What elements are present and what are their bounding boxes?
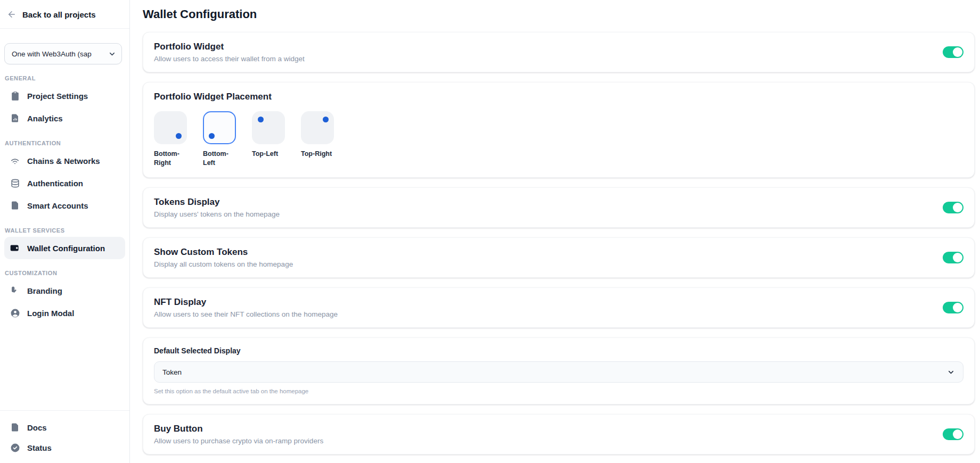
chevron-down-icon (108, 50, 116, 58)
sidebar-item-docs[interactable]: Docs (4, 417, 125, 437)
sidebar-item-chains-networks[interactable]: Chains & Networks (4, 150, 125, 172)
placement-dot-icon (323, 117, 329, 122)
sidebar-item-label: Smart Accounts (27, 201, 88, 210)
card-title: Show Custom Tokens (154, 247, 293, 258)
sidebar-item-label: Login Modal (27, 309, 74, 318)
placement-option-top-left[interactable]: Top-Left (252, 111, 287, 168)
wallet-icon (10, 243, 20, 253)
show-custom-tokens-toggle[interactable] (943, 252, 963, 263)
section-label-wallet-services: WALLET SERVICES (5, 227, 125, 234)
sidebar-item-analytics[interactable]: Analytics (4, 107, 125, 129)
sidebar-item-label: Authentication (27, 179, 83, 188)
default-display-card: Default Selected Display Token Set this … (143, 337, 975, 404)
card-title: NFT Display (154, 297, 338, 308)
placement-tile-selected[interactable] (203, 111, 236, 144)
section-label-authentication: AUTHENTICATION (5, 140, 125, 146)
placement-option-bottom-right[interactable]: Bottom-Right (154, 111, 189, 168)
document-icon (10, 200, 20, 211)
placement-tile[interactable] (154, 111, 187, 144)
placement-dot-icon (176, 133, 182, 139)
sidebar-item-label: Analytics (27, 114, 63, 123)
card-description: Allow users to see their NFT collections… (154, 310, 338, 318)
page-title: Wallet Configuration (143, 7, 975, 21)
placement-dot-icon (209, 133, 215, 139)
show-custom-tokens-card: Show Custom Tokens Display all custom to… (143, 237, 975, 278)
database-icon (10, 178, 20, 188)
section-label-general: GENERAL (5, 75, 125, 81)
card-description: Allow users to purchase crypto via on-ra… (154, 437, 323, 445)
sidebar-item-branding[interactable]: Branding (4, 279, 125, 302)
chevron-down-icon (947, 368, 955, 376)
main-content: Wallet Configuration Portfolio Widget Al… (130, 0, 980, 463)
placement-option-top-right[interactable]: Top-Right (301, 111, 336, 168)
document-icon (10, 422, 20, 433)
tokens-display-card: Tokens Display Display users' tokens on … (143, 187, 975, 228)
arrow-left-icon (7, 10, 17, 19)
sidebar-item-label: Branding (27, 286, 62, 295)
tokens-display-text: Tokens Display Display users' tokens on … (154, 197, 280, 218)
placement-label: Top-Left (252, 150, 286, 159)
placement-label: Bottom-Right (154, 150, 188, 168)
card-title: Tokens Display (154, 197, 280, 208)
placement-tile[interactable] (252, 111, 285, 144)
sidebar-item-smart-accounts[interactable]: Smart Accounts (4, 194, 125, 217)
sidebar-item-authentication[interactable]: Authentication (4, 172, 125, 194)
paintbrush-icon (10, 285, 20, 296)
back-label: Back to all projects (22, 10, 96, 19)
placement-label: Top-Right (301, 150, 335, 159)
nft-display-text: NFT Display Allow users to see their NFT… (154, 297, 338, 318)
sidebar-item-wallet-configuration[interactable]: Wallet Configuration (4, 237, 125, 259)
analytics-doc-icon (10, 113, 20, 123)
card-description: Display users' tokens on the homepage (154, 210, 280, 218)
sidebar-item-project-settings[interactable]: Project Settings (4, 85, 125, 107)
card-title: Portfolio Widget (154, 42, 305, 52)
project-selector-dropdown[interactable]: One with Web3Auth (sap (4, 43, 122, 64)
section-label-customization: CUSTOMIZATION (5, 270, 125, 276)
card-description: Allow users to access their wallet from … (154, 55, 305, 63)
placement-tile[interactable] (301, 111, 334, 144)
default-display-select[interactable]: Token (154, 361, 963, 383)
show-custom-tokens-text: Show Custom Tokens Display all custom to… (154, 247, 293, 268)
buy-button-card: Buy Button Allow users to purchase crypt… (143, 414, 975, 454)
placement-option-bottom-left[interactable]: Bottom-Left (203, 111, 238, 168)
portfolio-widget-text: Portfolio Widget Allow users to access t… (154, 42, 305, 63)
user-circle-icon (10, 308, 20, 318)
sidebar-item-login-modal[interactable]: Login Modal (4, 302, 125, 324)
portfolio-widget-card: Portfolio Widget Allow users to access t… (143, 32, 975, 72)
back-to-projects-link[interactable]: Back to all projects (0, 0, 129, 29)
placement-label: Bottom-Left (203, 150, 237, 168)
buy-button-text: Buy Button Allow users to purchase crypt… (154, 424, 323, 445)
field-helper-text: Set this option as the default active ta… (154, 388, 963, 394)
buy-button-toggle[interactable] (943, 428, 963, 440)
sidebar: Back to all projects One with Web3Auth (… (0, 0, 130, 463)
sidebar-footer: Docs Status (0, 410, 129, 463)
sidebar-nav: GENERAL Project Settings Analytics AUTHE… (0, 64, 129, 324)
select-value: Token (162, 368, 182, 376)
portfolio-widget-toggle[interactable] (943, 46, 963, 58)
wifi-icon (10, 155, 20, 166)
sidebar-item-label: Docs (27, 423, 47, 432)
tokens-display-toggle[interactable] (943, 202, 963, 213)
sidebar-item-label: Wallet Configuration (27, 244, 105, 253)
field-label: Default Selected Display (154, 346, 963, 355)
nft-display-card: NFT Display Allow users to see their NFT… (143, 287, 975, 328)
sidebar-item-label: Chains & Networks (27, 156, 100, 166)
sidebar-item-status[interactable]: Status (4, 437, 125, 458)
card-title: Buy Button (154, 424, 323, 434)
project-selector-value: One with Web3Auth (sap (12, 50, 108, 58)
sidebar-item-label: Status (27, 443, 52, 452)
clipboard-icon (10, 90, 20, 101)
placement-options: Bottom-Right Bottom-Left Top-Left Top-Ri… (154, 111, 963, 168)
card-title: Portfolio Widget Placement (154, 92, 963, 102)
check-circle-icon (10, 442, 20, 453)
placement-dot-icon (258, 117, 264, 122)
card-description: Display all custom tokens on the homepag… (154, 260, 293, 268)
nft-display-toggle[interactable] (943, 302, 963, 313)
placement-card: Portfolio Widget Placement Bottom-Right … (143, 82, 975, 178)
sidebar-item-label: Project Settings (27, 92, 88, 101)
